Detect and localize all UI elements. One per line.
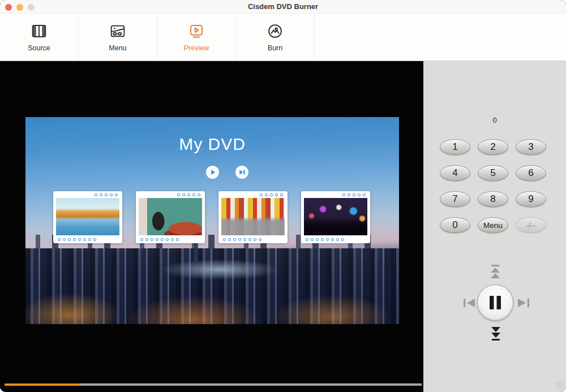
indoor-room-video [139, 198, 202, 235]
previous-chapter-icon [463, 298, 475, 308]
window-title: Cisdem DVD Burner [0, 0, 566, 14]
dvd-menu-title: My DVD [25, 135, 399, 154]
tab-burn[interactable]: Burn [236, 14, 315, 61]
next-chapter-icon [517, 298, 530, 308]
remote-control-panel: 0 1 2 3 4 5 6 7 8 9 0 Menu -/-- [423, 61, 566, 392]
skip-down-icon [488, 323, 503, 341]
key-digit-mode: -/-- [516, 217, 546, 233]
chapter-thumbnails [53, 191, 370, 243]
remote-keypad: 1 2 3 4 5 6 7 8 9 0 Menu -/-- [440, 139, 546, 233]
skip-next-icon [235, 166, 248, 179]
film-dots-icon [57, 238, 97, 242]
dvd-thumbnail-street-night[interactable] [301, 191, 370, 243]
key-3[interactable]: 3 [516, 139, 546, 155]
dvd-thumbnail-street-day[interactable] [218, 191, 288, 243]
key-2[interactable]: 2 [478, 139, 508, 155]
skip-up-button [488, 264, 503, 282]
playback-progress-bar[interactable] [5, 384, 422, 386]
savanna-waterhole-video [56, 198, 119, 235]
tab-source-label: Source [28, 44, 50, 52]
tab-menu[interactable]: Menu [79, 14, 157, 61]
city-street-night-video [304, 198, 367, 235]
pause-button[interactable] [477, 285, 513, 321]
screen-play-icon [187, 22, 205, 40]
skip-up-icon [488, 264, 503, 282]
key-8[interactable]: 8 [478, 191, 508, 207]
film-dots-icon [176, 193, 201, 197]
play-all-button[interactable] [206, 166, 219, 179]
remote-display: 0 [423, 116, 566, 124]
tab-preview[interactable]: Preview [157, 14, 236, 61]
burn-disc-icon [266, 22, 284, 40]
progress-fill [5, 384, 80, 386]
city-skyline-background [25, 248, 399, 324]
dvd-thumbnail-indoor[interactable] [136, 191, 205, 243]
film-dots-icon [139, 238, 180, 242]
window-resize-grip[interactable] [556, 382, 564, 390]
titlebar: Cisdem DVD Burner [0, 0, 566, 14]
film-dots-icon [222, 238, 263, 242]
key-5[interactable]: 5 [478, 165, 508, 181]
film-dots-icon [93, 193, 119, 197]
key-6[interactable]: 6 [516, 165, 546, 181]
previous-chapter-button [463, 298, 475, 308]
film-dots-icon [305, 238, 345, 242]
tab-menu-label: Menu [109, 44, 126, 52]
key-9[interactable]: 9 [516, 191, 546, 207]
app-window: Cisdem DVD Burner Source [0, 0, 566, 392]
film-dots-icon [259, 193, 284, 197]
play-icon [206, 166, 219, 179]
toolbar: Source Menu Pr [0, 14, 566, 61]
film-dots-icon [341, 193, 367, 197]
key-1[interactable]: 1 [440, 139, 470, 155]
dvd-menu-buttons [206, 166, 248, 179]
key-menu[interactable]: Menu [478, 217, 508, 233]
dvd-thumbnail-savanna[interactable] [53, 191, 122, 243]
dvd-menu-preview: My DVD [25, 117, 399, 324]
next-chapter-button [517, 298, 530, 308]
preview-stage: My DVD [0, 61, 423, 392]
tab-burn-label: Burn [268, 44, 282, 52]
menu-template-icon [109, 22, 127, 40]
city-street-day-video [221, 198, 285, 235]
skip-down-button[interactable] [488, 323, 503, 341]
key-7[interactable]: 7 [440, 191, 470, 207]
filmstrip-icon [30, 22, 48, 40]
tab-source[interactable]: Source [0, 14, 79, 61]
scene-select-button[interactable] [235, 166, 248, 179]
key-4[interactable]: 4 [440, 165, 470, 181]
pause-icon [488, 295, 503, 311]
key-0[interactable]: 0 [440, 217, 470, 233]
tab-preview-label: Preview [184, 44, 209, 52]
